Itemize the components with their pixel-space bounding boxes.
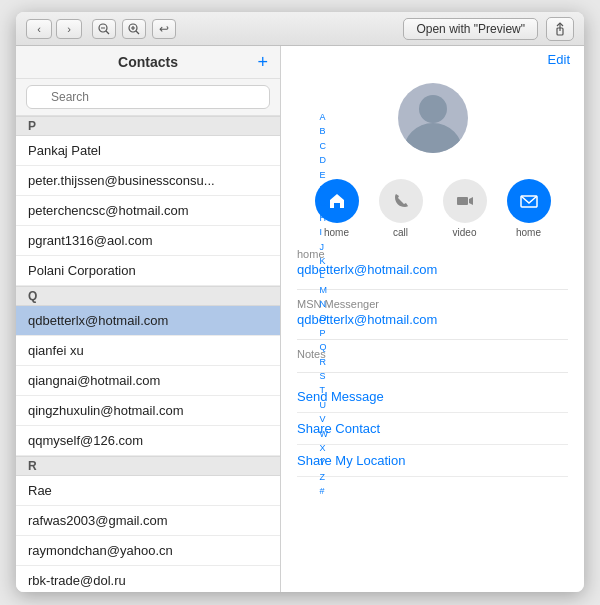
home-icon	[327, 191, 347, 211]
list-item[interactable]: Pankaj Patel	[16, 136, 280, 166]
main-window: ‹ › ↩ Open with "Preview" Contacts +	[16, 12, 584, 592]
list-item-selected[interactable]: qdbetterlx@hotmail.com	[16, 306, 280, 336]
email-button-item[interactable]: home	[507, 179, 551, 238]
video-icon	[455, 191, 475, 211]
video-button-item[interactable]: video	[443, 179, 487, 238]
svg-point-10	[419, 95, 447, 123]
list-item[interactable]: rafwas2003@gmail.com	[16, 506, 280, 536]
zoom-in-button[interactable]	[122, 19, 146, 39]
field-value-msn[interactable]: qdbetterlx@hotmail.com	[297, 312, 568, 327]
share-contact-link[interactable]: Share Contact	[297, 413, 568, 445]
email-icon	[519, 191, 539, 211]
field-label-home: home	[297, 248, 568, 260]
field-label-notes: Notes	[297, 348, 568, 360]
list-item[interactable]: peter.thijssen@businessconsu...	[16, 166, 280, 196]
svg-rect-11	[457, 197, 468, 205]
nav-buttons: ‹ ›	[26, 19, 82, 39]
svg-point-9	[403, 123, 463, 153]
avatar	[398, 83, 468, 153]
section-header-r: R	[16, 456, 280, 476]
list-item[interactable]: qqmyself@126.com	[16, 426, 280, 456]
right-panel-header: Edit	[281, 46, 584, 73]
search-wrapper: ⌕	[26, 85, 270, 109]
field-group-msn: MSN Messenger qdbetterlx@hotmail.com	[297, 298, 568, 327]
back-button[interactable]: ‹	[26, 19, 52, 39]
field-label-msn: MSN Messenger	[297, 298, 568, 310]
field-group-home-email: home qdbetterlx@hotmail.com	[297, 248, 568, 277]
share-location-link[interactable]: Share My Location	[297, 445, 568, 477]
zoom-out-button[interactable]	[92, 19, 116, 39]
list-item[interactable]: pgrant1316@aol.com	[16, 226, 280, 256]
phone-icon	[391, 191, 411, 211]
add-contact-button[interactable]: +	[257, 53, 268, 71]
list-item[interactable]: Rae	[16, 476, 280, 506]
alphabet-index[interactable]: A B C D E F G H I J K L M N O P Q R S T …	[320, 110, 329, 499]
call-circle	[379, 179, 423, 223]
list-item[interactable]: qianfei xu	[16, 336, 280, 366]
search-input[interactable]	[26, 85, 270, 109]
contacts-list: P Pankaj Patel peter.thijssen@businessco…	[16, 116, 280, 592]
svg-line-1	[106, 31, 109, 34]
avatar-silhouette-icon	[398, 83, 468, 153]
section-header-q: Q	[16, 286, 280, 306]
list-item[interactable]: qiangnai@hotmail.com	[16, 366, 280, 396]
list-item[interactable]: peterchencsc@hotmail.com	[16, 196, 280, 226]
video-button-label: video	[453, 227, 477, 238]
left-panel: Contacts + ⌕ P Pankaj Patel peter.thijss…	[16, 46, 281, 592]
rotate-button[interactable]: ↩	[152, 19, 176, 39]
field-group-notes: Notes	[297, 348, 568, 360]
edit-button[interactable]: Edit	[548, 52, 570, 67]
divider-1	[297, 289, 568, 290]
section-header-p: P	[16, 116, 280, 136]
share-button[interactable]	[546, 17, 574, 41]
send-message-link[interactable]: Send Message	[297, 381, 568, 413]
panel-title: Contacts	[118, 54, 178, 70]
search-bar: ⌕	[16, 79, 280, 116]
svg-marker-12	[469, 197, 473, 205]
divider-2	[297, 339, 568, 340]
call-button-label: call	[393, 227, 408, 238]
list-item[interactable]: rbk-trade@dol.ru	[16, 566, 280, 592]
call-button-item[interactable]: call	[379, 179, 423, 238]
svg-line-4	[136, 31, 139, 34]
list-item[interactable]: raymondchan@yahoo.cn	[16, 536, 280, 566]
list-item[interactable]: qingzhuxulin@hotmail.com	[16, 396, 280, 426]
preview-button[interactable]: Open with "Preview"	[403, 18, 538, 40]
left-header: Contacts +	[16, 46, 280, 79]
video-circle	[443, 179, 487, 223]
titlebar: ‹ › ↩ Open with "Preview"	[16, 12, 584, 46]
email-circle	[507, 179, 551, 223]
email-button-label: home	[516, 227, 541, 238]
field-value-home-email[interactable]: qdbetterlx@hotmail.com	[297, 262, 568, 277]
list-item[interactable]: Polani Corporation	[16, 256, 280, 286]
forward-button[interactable]: ›	[56, 19, 82, 39]
toolbar-icons: ↩	[92, 19, 176, 39]
content-area: Contacts + ⌕ P Pankaj Patel peter.thijss…	[16, 46, 584, 592]
divider-3	[297, 372, 568, 373]
